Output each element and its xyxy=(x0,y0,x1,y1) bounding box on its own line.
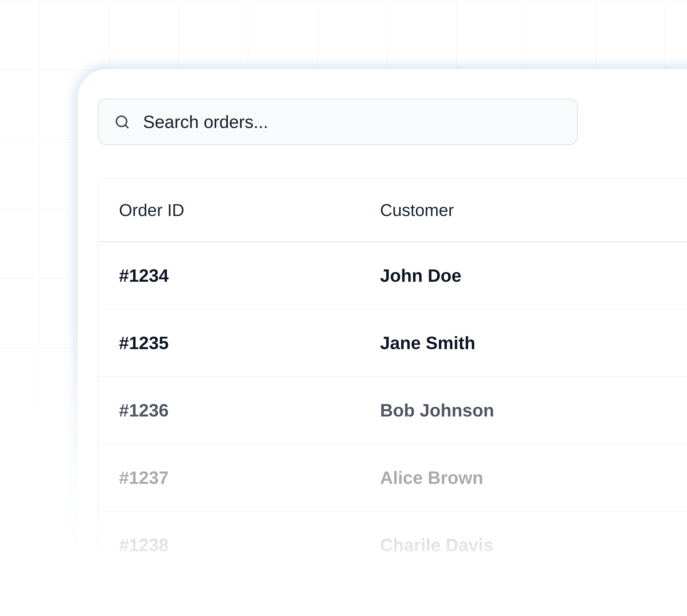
table-row[interactable]: #1235 Jane Smith Fashion Hub xyxy=(98,309,687,377)
order-id-cell: #1237 xyxy=(98,444,380,511)
search-box[interactable] xyxy=(98,99,578,145)
order-id-cell: #1235 xyxy=(98,309,380,377)
table-row[interactable]: #1234 John Doe Main Store xyxy=(98,242,687,309)
table-header-row: Order ID Customer Store xyxy=(98,179,687,242)
table-row[interactable]: #1236 Bob Johnson Tech Store xyxy=(98,377,687,444)
customer-cell: Jane Smith xyxy=(380,309,687,377)
customer-cell: Bob Johnson xyxy=(380,377,687,444)
orders-table: Order ID Customer Store #1234 John Doe M… xyxy=(98,179,687,578)
orders-card: Order ID Customer Store #1234 John Doe M… xyxy=(78,69,687,616)
column-header-customer: Customer xyxy=(380,179,687,242)
table-row[interactable]: #1238 Charile Davis Fashion Hub xyxy=(98,511,687,579)
column-header-order-id: Order ID xyxy=(98,179,380,242)
customer-cell: Alice Brown xyxy=(380,444,687,511)
orders-table-panel: Order ID Customer Store #1234 John Doe M… xyxy=(98,178,687,616)
customer-cell: John Doe xyxy=(380,242,687,309)
search-input[interactable] xyxy=(143,110,569,134)
order-id-cell: #1238 xyxy=(98,511,380,579)
order-id-cell: #1234 xyxy=(98,242,380,309)
order-id-cell: #1236 xyxy=(98,377,380,444)
customer-cell: Charile Davis xyxy=(380,511,687,579)
table-row[interactable]: #1237 Alice Brown Main Store xyxy=(98,444,687,511)
search-icon xyxy=(114,114,130,130)
